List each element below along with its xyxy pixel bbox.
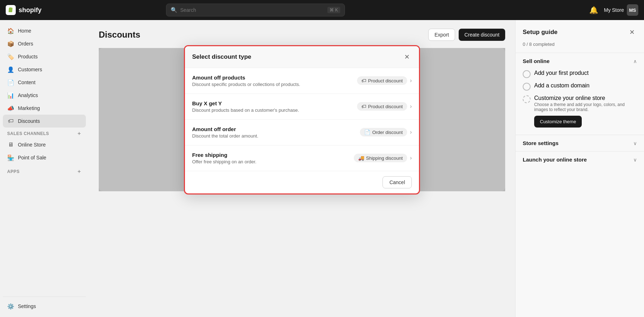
- online-store-icon: 🖥: [7, 141, 14, 148]
- setup-panel-header: Setup guide ✕: [516, 20, 644, 40]
- product-discount-badge-1: 🏷 Product discount: [357, 76, 407, 85]
- discount-option-right-amount-off-order: 📄 Order discount ›: [360, 128, 412, 136]
- sidebar-label-point-of-sale: Point of Sale: [18, 155, 46, 160]
- option-desc-amount-off-order: Discount the total order amount.: [192, 133, 258, 139]
- sidebar-item-products[interactable]: 🏷️ Products: [3, 50, 86, 63]
- sidebar-label-analytics: Analytics: [18, 92, 38, 98]
- sidebar-label-orders: Orders: [18, 41, 33, 47]
- sidebar-item-discounts[interactable]: 🏷 Discounts: [3, 115, 86, 128]
- sidebar-label-home: Home: [18, 28, 31, 34]
- sell-online-chevron-icon: ∧: [633, 58, 637, 64]
- product-discount-badge-icon-1: 🏷: [361, 78, 366, 83]
- store-avatar: MS: [627, 4, 638, 16]
- discount-option-buy-x-get-y[interactable]: Buy X get Y Discount products based on a…: [185, 94, 419, 120]
- product-discount-badge-text-1: Product discount: [368, 78, 403, 83]
- page-actions: Export Create discount: [428, 29, 505, 41]
- store-name: My Store: [604, 7, 624, 13]
- sidebar-item-online-store[interactable]: 🖥 Online Store: [3, 138, 86, 151]
- discounts-card: Learn more about discounts Select discou…: [99, 48, 505, 191]
- apps-expand-icon[interactable]: ＋: [77, 168, 82, 175]
- option-title-amount-off-order: Amount off order: [192, 126, 258, 132]
- sales-channels-expand-icon[interactable]: ＋: [77, 130, 82, 137]
- setup-section-launch-online-store: Launch your online store ∨: [516, 151, 644, 168]
- product-discount-badge-2: 🏷 Product discount: [357, 102, 407, 111]
- discount-option-amount-off-order[interactable]: Amount off order Discount the total orde…: [185, 120, 419, 145]
- setup-items-sell-online: Add your first product Add a custom doma…: [523, 64, 637, 130]
- discount-option-right-free-shipping: 🚚 Shipping discount ›: [354, 154, 412, 162]
- setup-section-store-settings-header[interactable]: Store settings ∨: [523, 140, 637, 146]
- content-icon: 📄: [7, 79, 14, 86]
- order-discount-badge: 📄 Order discount: [360, 128, 407, 136]
- marketing-icon: 📣: [7, 105, 14, 112]
- setup-item-label-add-first-product: Add your first product: [534, 70, 589, 76]
- export-button[interactable]: Export: [428, 29, 455, 41]
- analytics-icon: 📊: [7, 92, 14, 99]
- sidebar-item-customers[interactable]: 👤 Customers: [3, 63, 86, 76]
- store-menu[interactable]: My Store MS: [604, 4, 638, 16]
- dialog-footer: Cancel: [185, 171, 419, 193]
- discount-option-amount-off-products[interactable]: Amount off products Discount specific pr…: [185, 68, 419, 94]
- sidebar-label-online-store: Online Store: [18, 142, 46, 148]
- discount-option-left-free-shipping: Free shipping Offer free shipping on an …: [192, 152, 257, 164]
- page-header: Discounts Export Create discount: [99, 29, 505, 41]
- setup-item-add-custom-domain[interactable]: Add a custom domain: [523, 80, 637, 93]
- setup-section-launch-online-store-header[interactable]: Launch your online store ∨: [523, 157, 637, 163]
- sidebar-item-point-of-sale[interactable]: 🏪 Point of Sale: [3, 151, 86, 164]
- sidebar-label-products: Products: [18, 54, 38, 59]
- setup-item-circle-add-first-product: [523, 70, 531, 78]
- setup-item-circle-customize-online-store: [523, 95, 531, 103]
- discount-option-right-amount-off-products: 🏷 Product discount ›: [357, 76, 412, 85]
- setup-progress: 0 / 8 completed: [516, 40, 644, 53]
- product-discount-badge-text-2: Product discount: [368, 104, 403, 109]
- cancel-button[interactable]: Cancel: [382, 176, 412, 188]
- sidebar-item-orders[interactable]: 📦 Orders: [3, 37, 86, 50]
- sidebar-label-settings: Settings: [18, 303, 36, 309]
- point-of-sale-icon: 🏪: [7, 154, 14, 161]
- search-shortcut: ⌘ K: [327, 7, 340, 13]
- dialog-close-button[interactable]: ✕: [402, 52, 412, 62]
- setup-section-launch-online-store-title: Launch your online store: [523, 157, 587, 163]
- sidebar-item-analytics[interactable]: 📊 Analytics: [3, 89, 86, 102]
- sidebar-item-settings[interactable]: ⚙️ Settings: [3, 300, 86, 313]
- sidebar-bottom: ⚙️ Settings: [3, 297, 86, 313]
- search-icon: 🔍: [171, 7, 177, 13]
- shipping-discount-badge-text: Shipping discount: [366, 155, 403, 161]
- topbar: shopify 🔍 ⌘ K 🔔 My Store MS: [0, 0, 644, 20]
- setup-item-desc-customize-online-store: Choose a theme and add your logo, colors…: [534, 102, 637, 112]
- search-input[interactable]: [180, 7, 325, 13]
- setup-section-sell-online-title: Sell online: [523, 58, 550, 64]
- sidebar-item-marketing[interactable]: 📣 Marketing: [3, 102, 86, 115]
- setup-section-store-settings: Store settings ∨: [516, 135, 644, 151]
- customize-theme-button[interactable]: Customize theme: [534, 116, 582, 128]
- option-desc-free-shipping: Offer free shipping on an order.: [192, 159, 257, 164]
- main-layout: 🏠 Home 📦 Orders 🏷️ Products 👤 Customers …: [0, 20, 644, 317]
- sidebar-label-discounts: Discounts: [18, 118, 40, 124]
- sidebar-item-content[interactable]: 📄 Content: [3, 76, 86, 89]
- setup-item-label-add-custom-domain: Add a custom domain: [534, 82, 590, 89]
- search-bar[interactable]: 🔍 ⌘ K: [166, 4, 345, 16]
- option-title-free-shipping: Free shipping: [192, 152, 257, 158]
- discount-option-free-shipping[interactable]: Free shipping Offer free shipping on an …: [185, 145, 419, 171]
- order-discount-badge-text: Order discount: [372, 130, 402, 135]
- notification-bell-icon[interactable]: 🔔: [589, 6, 598, 14]
- setup-item-add-first-product[interactable]: Add your first product: [523, 68, 637, 80]
- shopify-logo-icon: [6, 5, 16, 15]
- dialog-overlay: Select discount type ✕ Amount off produc…: [99, 48, 505, 191]
- create-discount-button[interactable]: Create discount: [459, 29, 505, 41]
- store-settings-chevron-icon: ∨: [633, 140, 637, 146]
- setup-panel-title: Setup guide: [523, 29, 557, 36]
- dialog-header: Select discount type ✕: [185, 46, 419, 68]
- shipping-discount-badge-icon: 🚚: [358, 155, 364, 161]
- chevron-right-icon-3: ›: [410, 129, 412, 135]
- discount-option-left-amount-off-order: Amount off order Discount the total orde…: [192, 126, 258, 139]
- orders-icon: 📦: [7, 40, 14, 47]
- sidebar-item-home[interactable]: 🏠 Home: [3, 24, 86, 37]
- select-discount-type-dialog: Select discount type ✕ Amount off produc…: [184, 45, 420, 194]
- sidebar-label-marketing: Marketing: [18, 105, 40, 111]
- page-main: Discounts Export Create discount Learn m…: [89, 20, 515, 317]
- option-desc-amount-off-products: Discount specific products or collection…: [192, 82, 300, 87]
- discount-option-right-buy-x-get-y: 🏷 Product discount ›: [357, 102, 412, 111]
- setup-item-customize-online-store[interactable]: Customize your online store Choose a the…: [523, 93, 637, 130]
- setup-panel-close-button[interactable]: ✕: [627, 27, 637, 37]
- setup-section-sell-online-header[interactable]: Sell online ∧: [523, 58, 637, 64]
